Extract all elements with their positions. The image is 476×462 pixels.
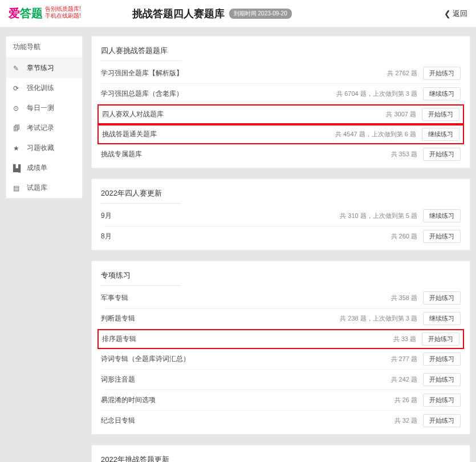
item-title: 挑战答题通关题库 xyxy=(102,129,335,139)
item-meta: 共 6704 题，上次做到第 3 题 xyxy=(336,90,417,98)
item-meta: 共 32 题 xyxy=(394,416,417,425)
practice-button[interactable]: 开始练习 xyxy=(423,414,461,427)
practice-button[interactable]: 开始练习 xyxy=(423,291,461,305)
item-title: 排序题专辑 xyxy=(102,334,393,344)
practice-button[interactable]: 开始练习 xyxy=(422,333,459,346)
item-title: 挑战专属题库 xyxy=(101,149,391,159)
item-title: 学习强国总题库（含老库） xyxy=(101,89,336,99)
panel-title: 2022年四人赛更新 xyxy=(101,185,181,204)
pencil-icon: ✎ xyxy=(13,64,22,72)
practice-button[interactable]: 开始练习 xyxy=(423,67,461,80)
item-title: 判断题专辑 xyxy=(101,314,340,323)
sidebar-item-label: 每日一测 xyxy=(27,103,54,113)
sidebar-item-成绩单[interactable]: ▙▌成绩单 xyxy=(6,158,82,178)
practice-button[interactable]: 继续练习 xyxy=(423,87,461,100)
panel: 2022年四人赛更新9月共 310 题，上次做到第 5 题继续练习8月共 260… xyxy=(91,179,470,250)
sidebar-item-习题收藏[interactable]: ★习题收藏 xyxy=(6,138,82,158)
item-meta: 共 238 题，上次做到第 3 题 xyxy=(340,314,417,323)
practice-button[interactable]: 继续练习 xyxy=(423,312,461,325)
item-meta: 共 242 题 xyxy=(391,375,417,384)
practice-button[interactable]: 开始练习 xyxy=(423,230,461,243)
item-meta: 共 2762 题 xyxy=(387,69,417,78)
item-meta: 共 3007 题 xyxy=(386,110,416,119)
item-meta: 共 310 题，上次做到第 5 题 xyxy=(340,212,417,220)
item-title: 纪念日专辑 xyxy=(101,416,394,425)
item-title: 学习强国全题库【解析版】 xyxy=(101,68,387,78)
list-item: 纪念日专辑共 32 题开始练习 xyxy=(101,411,461,431)
item-title: 四人赛双人对战题库 xyxy=(102,110,386,119)
panel: 四人赛挑战答题题库学习强国全题库【解析版】共 2762 题开始练习学习强国总题库… xyxy=(91,36,470,168)
logo-tagline: 告别纸质题库! 手机在线刷题! xyxy=(45,6,81,19)
sidebar-item-考试记录[interactable]: 🗐考试记录 xyxy=(6,118,82,138)
sidebar-item-label: 强化训练 xyxy=(27,83,54,93)
practice-button[interactable]: 开始练习 xyxy=(422,108,459,121)
logo-text: 爱答题 xyxy=(9,6,43,21)
sidebar-item-label: 章节练习 xyxy=(27,63,54,73)
list-item: 词形注音题共 242 题开始练习 xyxy=(101,370,461,390)
back-button[interactable]: ❮ 返回 xyxy=(444,9,467,19)
page-title: 挑战答题四人赛题库 xyxy=(132,7,225,21)
practice-button[interactable]: 开始练习 xyxy=(423,373,461,386)
list-item: 8月共 260 题开始练习 xyxy=(101,226,461,246)
chart-icon: ▙▌ xyxy=(13,164,22,172)
list-item: 学习强国总题库（含老库）共 6704 题，上次做到第 3 题继续练习 xyxy=(101,84,461,104)
item-meta: 共 353 题 xyxy=(391,150,417,159)
item-title: 8月 xyxy=(101,232,391,241)
item-title: 词形注音题 xyxy=(101,375,391,384)
main-content: 四人赛挑战答题题库学习强国全题库【解析版】共 2762 题开始练习学习强国总题库… xyxy=(91,36,470,462)
practice-button[interactable]: 继续练习 xyxy=(422,128,459,141)
list-item: 军事专辑共 358 题开始练习 xyxy=(101,288,461,309)
item-meta: 共 33 题 xyxy=(393,335,416,343)
refresh-icon: ⟳ xyxy=(13,84,22,92)
list-item: 四人赛双人对战题库共 3007 题开始练习 xyxy=(97,104,464,124)
sidebar-item-每日一测[interactable]: ⊙每日一测 xyxy=(6,98,82,118)
expiry-badge: 到期时间 2023-09-20 xyxy=(229,9,292,19)
panel: 专项练习军事专辑共 358 题开始练习判断题专辑共 238 题，上次做到第 3 … xyxy=(91,261,470,435)
item-title: 诗词专辑（全题库诗词汇总） xyxy=(101,354,391,364)
list-item: 排序题专辑共 33 题开始练习 xyxy=(97,329,464,349)
practice-button[interactable]: 开始练习 xyxy=(423,394,461,407)
star-icon: ★ xyxy=(13,144,22,152)
logo: 爱答题 告别纸质题库! 手机在线刷题! xyxy=(9,6,81,21)
panel-title: 四人赛挑战答题题库 xyxy=(101,42,181,61)
item-title: 易混淆的时间选项 xyxy=(101,395,394,405)
sidebar-item-章节练习[interactable]: ✎章节练习 xyxy=(6,58,82,78)
sidebar-item-label: 成绩单 xyxy=(27,163,47,173)
list-icon: ▤ xyxy=(13,184,22,192)
list-item: 9月共 310 题，上次做到第 5 题继续练习 xyxy=(101,206,461,226)
chevron-left-icon: ❮ xyxy=(444,9,451,18)
practice-button[interactable]: 继续练习 xyxy=(423,209,461,222)
list-item: 挑战答题通关题库共 4547 题，上次做到第 6 题继续练习 xyxy=(97,124,464,144)
item-title: 军事专辑 xyxy=(101,293,391,303)
list-item: 学习强国全题库【解析版】共 2762 题开始练习 xyxy=(101,63,461,84)
practice-button[interactable]: 开始练习 xyxy=(423,148,461,161)
practice-button[interactable]: 开始练习 xyxy=(423,352,461,366)
item-meta: 共 4547 题，上次做到第 6 题 xyxy=(335,130,416,139)
panel-title: 2022年挑战答题更新 xyxy=(101,451,181,462)
sidebar-item-label: 考试记录 xyxy=(27,123,54,133)
item-meta: 共 26 题 xyxy=(394,396,417,404)
item-title: 9月 xyxy=(101,211,340,221)
item-meta: 共 260 题 xyxy=(391,232,417,241)
panel: 2022年挑战答题更新9月24日共 349 题，上次做到第 12 题继续练习9月… xyxy=(91,445,470,462)
item-meta: 共 277 题 xyxy=(391,355,417,363)
list-item: 易混淆的时间选项共 26 题开始练习 xyxy=(101,390,461,411)
panel-title: 专项练习 xyxy=(101,267,181,286)
sidebar-item-试题库[interactable]: ▤试题库 xyxy=(6,178,82,198)
sidebar: 功能导航 ✎章节练习⟳强化训练⊙每日一测🗐考试记录★习题收藏▙▌成绩单▤试题库 xyxy=(6,36,83,198)
list-item: 诗词专辑（全题库诗词汇总）共 277 题开始练习 xyxy=(101,349,461,370)
sidebar-title: 功能导航 xyxy=(6,37,82,58)
item-meta: 共 358 题 xyxy=(391,294,417,302)
sidebar-item-强化训练[interactable]: ⟳强化训练 xyxy=(6,78,82,98)
document-icon: 🗐 xyxy=(13,124,22,132)
header: 爱答题 告别纸质题库! 手机在线刷题! 挑战答题四人赛题库 到期时间 2023-… xyxy=(0,0,476,27)
sidebar-item-label: 试题库 xyxy=(27,183,47,193)
target-icon: ⊙ xyxy=(13,104,22,112)
list-item: 判断题专辑共 238 题，上次做到第 3 题继续练习 xyxy=(101,309,461,329)
list-item: 挑战专属题库共 353 题开始练习 xyxy=(101,144,461,164)
sidebar-item-label: 习题收藏 xyxy=(27,143,54,153)
